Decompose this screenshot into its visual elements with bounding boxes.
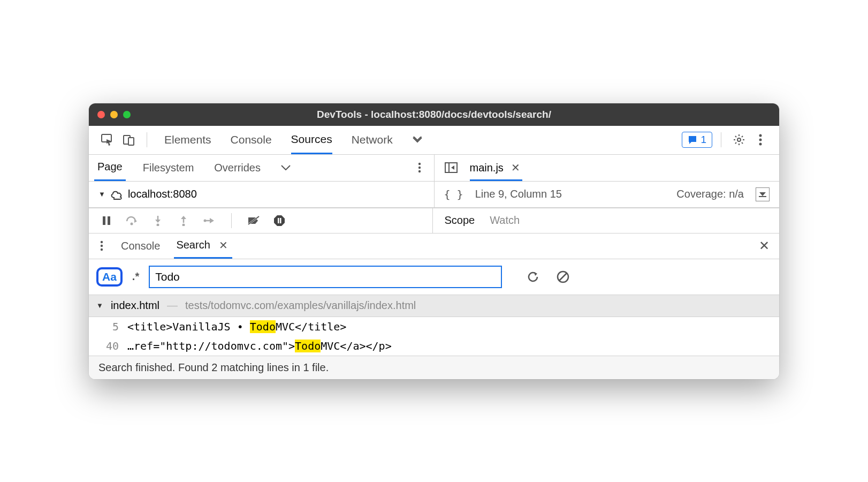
pretty-print-button[interactable]: { } [444, 188, 463, 201]
navigator-pane: Page Filesystem Overrides ▼ localhost:80… [89, 155, 435, 207]
step-icon[interactable] [200, 212, 218, 230]
pause-icon[interactable] [97, 212, 116, 230]
svg-rect-14 [108, 216, 110, 225]
issues-badge[interactable]: 1 [682, 132, 712, 148]
file-tab-label: main.js [470, 162, 504, 174]
svg-point-5 [759, 139, 762, 141]
svg-rect-2 [128, 138, 134, 145]
result-file-row[interactable]: ▼ index.html — tests/todomvc.com/example… [89, 295, 779, 317]
close-file-tab-icon[interactable]: ✕ [509, 159, 522, 176]
svg-point-26 [101, 241, 103, 243]
search-results: ▼ index.html — tests/todomvc.com/example… [89, 295, 779, 356]
step-over-icon[interactable] [123, 212, 141, 230]
svg-point-4 [759, 134, 762, 137]
subtab-filesystem[interactable]: Filesystem [140, 155, 197, 181]
navigator-tabs: Page Filesystem Overrides [89, 155, 434, 182]
search-input[interactable] [149, 266, 502, 288]
tab-sources[interactable]: Sources [291, 126, 332, 154]
main-tabs: Elements Console Sources Network [164, 126, 423, 154]
svg-rect-24 [278, 218, 279, 223]
svg-point-8 [418, 167, 420, 169]
coverage-status: Coverage: n/a [676, 188, 744, 200]
line-number: 5 [101, 320, 119, 333]
more-options-icon[interactable] [751, 131, 770, 149]
match-case-button[interactable]: Aa [96, 267, 123, 287]
navigator-more-icon[interactable] [410, 159, 429, 177]
editor-status: { } Line 9, Column 15 Coverage: n/a [435, 182, 780, 207]
traffic-lights [97, 111, 131, 118]
result-line[interactable]: 40 …ref="http://todomvc.com">TodoMVC</a>… [89, 336, 779, 356]
separator [231, 213, 232, 228]
tree-host-label: localhost:8080 [128, 188, 197, 200]
titlebar: DevTools - localhost:8080/docs/devtools/… [89, 103, 779, 126]
close-drawer-icon[interactable]: ✕ [757, 236, 772, 255]
svg-point-7 [418, 163, 420, 165]
file-tab-main-js[interactable]: main.js ✕ [470, 155, 522, 181]
svg-point-6 [759, 143, 762, 146]
regex-button[interactable]: .* [130, 270, 141, 283]
svg-rect-13 [103, 216, 105, 225]
drawer-tab-search[interactable]: Search ✕ [174, 234, 232, 259]
svg-point-28 [101, 248, 103, 251]
window-title: DevTools - localhost:8080/docs/devtools/… [89, 109, 779, 120]
svg-point-21 [204, 219, 207, 222]
tab-network[interactable]: Network [352, 126, 393, 154]
debugger-controls [89, 208, 433, 233]
refresh-search-icon[interactable] [526, 269, 540, 284]
clear-search-icon[interactable] [555, 269, 570, 284]
dropdown-icon[interactable] [756, 187, 770, 201]
separator [721, 132, 721, 147]
svg-point-15 [131, 222, 133, 225]
minimize-window-button[interactable] [110, 111, 118, 118]
tree-host-row[interactable]: ▼ localhost:8080 [89, 182, 434, 207]
result-file-name: index.html [111, 299, 159, 312]
main-toolbar: Elements Console Sources Network 1 [89, 126, 779, 155]
pause-on-exceptions-icon[interactable] [270, 212, 288, 230]
editor-pane: main.js ✕ { } Line 9, Column 15 Coverage… [435, 155, 780, 207]
svg-line-30 [559, 273, 567, 281]
editor-tabs: main.js ✕ [435, 155, 780, 182]
maximize-window-button[interactable] [123, 111, 131, 118]
subtab-overrides[interactable]: Overrides [211, 155, 264, 181]
close-search-tab-icon[interactable]: ✕ [217, 237, 230, 254]
search-bar: Aa .* [89, 259, 779, 295]
disclosure-triangle-icon: ▼ [96, 302, 103, 310]
svg-point-9 [418, 170, 420, 172]
debugger-sidebar-tabs: Scope Watch [433, 208, 780, 233]
cloud-icon [110, 189, 124, 200]
issues-count: 1 [701, 134, 706, 146]
more-subtabs-button[interactable] [278, 155, 294, 181]
tab-scope[interactable]: Scope [445, 214, 475, 227]
tab-watch[interactable]: Watch [490, 214, 520, 227]
panes: Page Filesystem Overrides ▼ localhost:80… [89, 155, 779, 208]
cursor-position: Line 9, Column 15 [475, 188, 562, 200]
svg-point-17 [157, 223, 159, 226]
drawer-tab-search-label: Search [176, 239, 210, 251]
tab-elements[interactable]: Elements [164, 126, 211, 154]
debugger-bar: Scope Watch [89, 208, 779, 234]
step-out-icon[interactable] [174, 212, 193, 230]
show-navigator-icon[interactable] [442, 159, 460, 177]
svg-rect-25 [280, 218, 281, 223]
more-tabs-button[interactable] [412, 126, 423, 154]
status-footer: Search finished. Found 2 matching lines … [89, 356, 779, 379]
settings-icon[interactable] [730, 131, 748, 149]
close-window-button[interactable] [97, 111, 105, 118]
step-into-icon[interactable] [149, 212, 167, 230]
svg-point-19 [182, 223, 185, 226]
result-line[interactable]: 5 <title>VanillaJS • TodoMVC</title> [89, 317, 779, 336]
deactivate-breakpoints-icon[interactable] [245, 212, 263, 230]
svg-point-27 [101, 245, 103, 247]
tab-console[interactable]: Console [231, 126, 272, 154]
device-toolbar-icon[interactable] [120, 131, 138, 149]
separator: — [167, 299, 178, 312]
drawer-tab-console[interactable]: Console [119, 234, 162, 259]
drawer-more-icon[interactable] [96, 237, 107, 255]
separator [147, 132, 147, 147]
subtab-page[interactable]: Page [94, 155, 126, 181]
code-snippet: <title>VanillaJS • TodoMVC</title> [127, 320, 346, 333]
inspect-element-icon[interactable] [98, 131, 117, 149]
disclosure-triangle-icon: ▼ [98, 190, 105, 198]
line-number: 40 [101, 340, 119, 352]
devtools-window: DevTools - localhost:8080/docs/devtools/… [89, 103, 779, 379]
